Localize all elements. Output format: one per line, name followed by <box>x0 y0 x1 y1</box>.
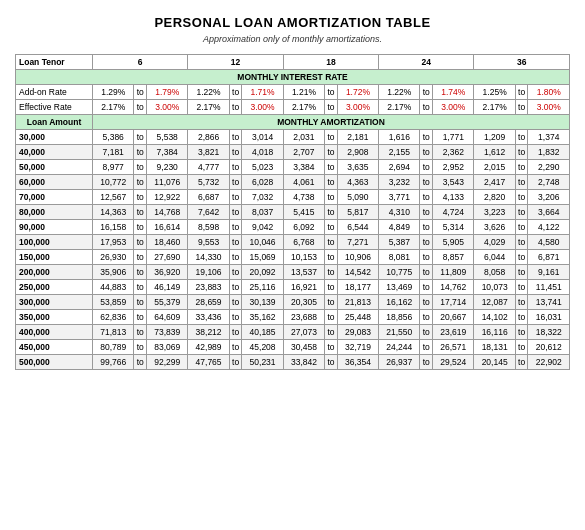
addon-rate-from-4: 1.25% <box>474 85 515 100</box>
loan-val-from-3-0: 10,772 <box>93 175 134 190</box>
loan-val-from-15-0: 99,766 <box>93 355 134 370</box>
loan-val-to-5-2: 5,817 <box>337 205 378 220</box>
loan-row: 150,00026,930to27,69014,330to15,06910,15… <box>16 250 570 265</box>
loan-val-from-7-3: 5,387 <box>379 235 420 250</box>
loan-amount-label: Loan Amount <box>16 115 93 130</box>
loan-val-to-label-10-1: to <box>229 280 242 295</box>
tenor-header-row: Loan Tenor 6 12 18 24 36 <box>16 55 570 70</box>
loan-amount-11: 300,000 <box>16 295 93 310</box>
loan-val-to-label-15-2: to <box>325 355 338 370</box>
loan-val-to-1-0: 7,384 <box>147 145 188 160</box>
loan-val-to-label-11-0: to <box>134 295 147 310</box>
loan-val-to-label-15-1: to <box>229 355 242 370</box>
loan-val-to-label-10-2: to <box>325 280 338 295</box>
loan-val-to-label-11-1: to <box>229 295 242 310</box>
loan-val-to-14-1: 45,208 <box>242 340 283 355</box>
addon-rate-to-label-3: to <box>420 85 433 100</box>
loan-val-from-12-1: 33,436 <box>188 310 229 325</box>
loan-val-to-label-2-0: to <box>134 160 147 175</box>
loan-val-from-15-2: 33,842 <box>283 355 324 370</box>
loan-val-from-13-0: 71,813 <box>93 325 134 340</box>
loan-val-to-label-15-4: to <box>515 355 528 370</box>
loan-amount-9: 200,000 <box>16 265 93 280</box>
loan-val-to-label-8-4: to <box>515 250 528 265</box>
effective-rate-label: Effective Rate <box>16 100 93 115</box>
loan-val-to-label-9-4: to <box>515 265 528 280</box>
loan-val-to-label-2-1: to <box>229 160 242 175</box>
loan-val-to-9-4: 9,161 <box>528 265 570 280</box>
loan-row: 350,00062,836to64,60933,436to35,16223,68… <box>16 310 570 325</box>
loan-val-to-label-10-0: to <box>134 280 147 295</box>
loan-val-to-label-2-4: to <box>515 160 528 175</box>
loan-amount-0: 30,000 <box>16 130 93 145</box>
loan-val-to-15-2: 36,354 <box>337 355 378 370</box>
loan-val-to-3-1: 6,028 <box>242 175 283 190</box>
loan-val-to-label-7-3: to <box>420 235 433 250</box>
loan-val-to-label-4-0: to <box>134 190 147 205</box>
loan-val-to-8-1: 15,069 <box>242 250 283 265</box>
loan-val-to-14-4: 20,612 <box>528 340 570 355</box>
loan-amount-1: 40,000 <box>16 145 93 160</box>
loan-val-to-label-12-0: to <box>134 310 147 325</box>
monthly-amortization-header: Loan AmountMONTHLY AMORTIZATION <box>16 115 570 130</box>
loan-val-from-11-2: 20,305 <box>283 295 324 310</box>
loan-val-from-5-2: 5,415 <box>283 205 324 220</box>
loan-amount-5: 80,000 <box>16 205 93 220</box>
loan-row: 300,00053,859to55,37928,659to30,13920,30… <box>16 295 570 310</box>
loan-row: 90,00016,158to16,6148,598to9,0426,092to6… <box>16 220 570 235</box>
loan-row: 500,00099,766to92,29947,765to50,23133,84… <box>16 355 570 370</box>
loan-val-from-3-4: 2,417 <box>474 175 515 190</box>
loan-val-from-10-4: 10,073 <box>474 280 515 295</box>
loan-val-from-14-4: 18,131 <box>474 340 515 355</box>
loan-val-from-4-0: 12,567 <box>93 190 134 205</box>
eff-rate-to-0: 3.00% <box>147 100 188 115</box>
loan-val-from-12-4: 14,102 <box>474 310 515 325</box>
eff-rate-from-0: 2.17% <box>93 100 134 115</box>
monthly-amort-label: MONTHLY AMORTIZATION <box>93 115 570 130</box>
loan-val-to-14-3: 26,571 <box>433 340 474 355</box>
loan-val-from-15-3: 26,937 <box>379 355 420 370</box>
loan-val-to-5-4: 3,664 <box>528 205 570 220</box>
eff-rate-from-4: 2.17% <box>474 100 515 115</box>
page-title: PERSONAL LOAN AMORTIZATION TABLE <box>15 15 570 30</box>
loan-val-to-label-0-1: to <box>229 130 242 145</box>
loan-val-to-5-1: 8,037 <box>242 205 283 220</box>
loan-val-to-label-12-1: to <box>229 310 242 325</box>
loan-val-to-label-11-4: to <box>515 295 528 310</box>
loan-amount-2: 50,000 <box>16 160 93 175</box>
loan-val-to-label-13-3: to <box>420 325 433 340</box>
loan-val-from-7-1: 9,553 <box>188 235 229 250</box>
loan-val-from-8-3: 8,081 <box>379 250 420 265</box>
loan-val-from-2-2: 3,384 <box>283 160 324 175</box>
loan-val-to-label-8-3: to <box>420 250 433 265</box>
loan-val-to-label-13-2: to <box>325 325 338 340</box>
loan-val-to-label-9-1: to <box>229 265 242 280</box>
loan-val-from-2-3: 2,694 <box>379 160 420 175</box>
loan-val-to-8-3: 8,857 <box>433 250 474 265</box>
loan-val-to-label-3-4: to <box>515 175 528 190</box>
loan-val-from-9-3: 10,775 <box>379 265 420 280</box>
loan-val-to-7-1: 10,046 <box>242 235 283 250</box>
loan-val-from-8-0: 26,930 <box>93 250 134 265</box>
loan-val-to-label-12-2: to <box>325 310 338 325</box>
loan-val-to-label-1-4: to <box>515 145 528 160</box>
loan-val-to-label-9-0: to <box>134 265 147 280</box>
loan-val-to-13-2: 29,083 <box>337 325 378 340</box>
addon-rate-from-2: 1.21% <box>283 85 324 100</box>
loan-val-to-label-1-1: to <box>229 145 242 160</box>
addon-rate-to-label-1: to <box>229 85 242 100</box>
loan-val-to-0-0: 5,538 <box>147 130 188 145</box>
loan-val-to-label-9-2: to <box>325 265 338 280</box>
loan-val-to-label-5-0: to <box>134 205 147 220</box>
loan-val-to-label-4-1: to <box>229 190 242 205</box>
loan-val-to-0-2: 2,181 <box>337 130 378 145</box>
loan-val-to-label-6-3: to <box>420 220 433 235</box>
loan-val-to-8-2: 10,906 <box>337 250 378 265</box>
loan-val-to-13-0: 73,839 <box>147 325 188 340</box>
loan-val-to-10-2: 18,177 <box>337 280 378 295</box>
loan-val-to-label-5-4: to <box>515 205 528 220</box>
loan-val-from-6-3: 4,849 <box>379 220 420 235</box>
loan-val-to-1-1: 4,018 <box>242 145 283 160</box>
loan-val-to-12-2: 25,448 <box>337 310 378 325</box>
monthly-interest-rate-header: MONTHLY INTEREST RATE <box>16 70 570 85</box>
